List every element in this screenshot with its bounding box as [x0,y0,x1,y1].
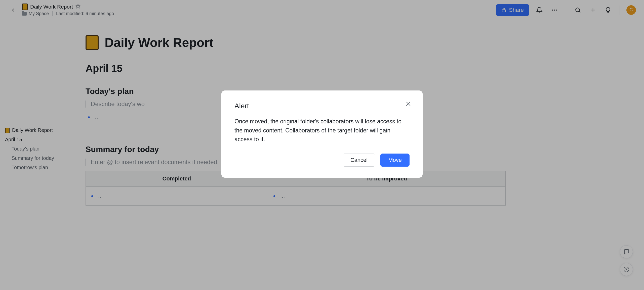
move-button[interactable]: Move [380,154,410,167]
modal-body: Once moved, the original folder's collab… [234,117,410,144]
modal-footer: Cancel Move [234,154,410,167]
modal-close-button[interactable] [405,101,412,108]
modal-title: Alert [234,102,410,110]
cancel-button[interactable]: Cancel [343,154,375,167]
alert-modal: Alert Once moved, the original folder's … [221,90,423,178]
close-icon [405,101,412,107]
modal-overlay[interactable]: Alert Once moved, the original folder's … [0,0,644,290]
